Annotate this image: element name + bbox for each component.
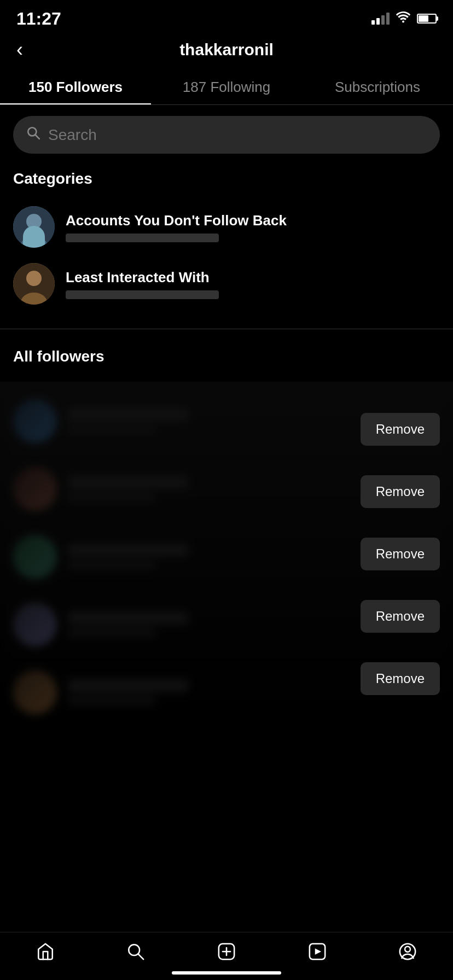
tabs-container: 150 Followers 187 Following Subscription… (0, 70, 453, 105)
status-time: 11:27 (16, 9, 61, 29)
categories-section: Categories Accounts You Don't Follow Bac… (0, 165, 453, 323)
category-item-2[interactable]: Least Interacted With (13, 255, 440, 312)
category-subtitle-2 (66, 290, 219, 299)
followers-section: All followers (0, 335, 453, 382)
nav-search[interactable] (126, 942, 145, 964)
remove-button-3[interactable]: Remove (361, 538, 440, 570)
category-info-1: Accounts You Don't Follow Back (66, 212, 440, 242)
tab-following[interactable]: 187 Following (151, 70, 302, 104)
category-item[interactable]: Accounts You Don't Follow Back (13, 199, 440, 255)
home-indicator (172, 971, 281, 975)
category-name-1: Accounts You Don't Follow Back (66, 212, 440, 229)
svg-point-15 (405, 947, 410, 952)
status-bar: 11:27 (0, 0, 453, 33)
wifi-icon (396, 11, 410, 26)
category-info-2: Least Interacted With (66, 269, 440, 299)
search-nav-icon (126, 942, 145, 964)
remove-button-1[interactable]: Remove (361, 413, 440, 446)
search-container (0, 105, 453, 165)
section-divider (0, 329, 453, 329)
header: ‹ thakkarronil (0, 33, 453, 70)
search-bar (13, 116, 440, 154)
battery-icon (417, 14, 437, 24)
category-avatar-2 (13, 263, 55, 305)
category-subtitle-1 (66, 234, 219, 242)
profile-icon (398, 942, 417, 964)
svg-rect-2 (13, 206, 55, 248)
svg-line-1 (36, 135, 39, 139)
nav-profile[interactable] (398, 942, 417, 964)
followers-list-area: Remove Remove Remove Remove Remove (0, 382, 453, 726)
nav-home[interactable] (36, 942, 55, 964)
reels-icon (308, 942, 327, 964)
tab-subscriptions[interactable]: Subscriptions (302, 70, 453, 104)
svg-point-3 (26, 214, 42, 229)
all-followers-title: All followers (13, 348, 440, 365)
remove-button-5[interactable]: Remove (361, 662, 440, 695)
svg-point-6 (26, 271, 42, 286)
home-icon (36, 942, 55, 964)
remove-button-2[interactable]: Remove (361, 475, 440, 508)
svg-point-4 (21, 236, 47, 248)
nav-add[interactable] (217, 942, 236, 964)
category-avatar-1 (13, 206, 55, 248)
nav-reels[interactable] (308, 942, 327, 964)
add-icon (217, 942, 236, 964)
search-icon (26, 126, 40, 144)
back-button[interactable]: ‹ (16, 38, 23, 61)
page-title: thakkarronil (179, 40, 274, 59)
svg-line-9 (138, 954, 143, 959)
search-input[interactable] (48, 126, 427, 144)
category-name-2: Least Interacted With (66, 269, 440, 286)
signal-icon (371, 13, 390, 25)
categories-title: Categories (13, 170, 440, 188)
remove-buttons-column: Remove Remove Remove Remove Remove (361, 382, 440, 726)
remove-button-4[interactable]: Remove (361, 600, 440, 633)
tab-followers[interactable]: 150 Followers (0, 70, 151, 104)
status-icons (371, 11, 437, 26)
